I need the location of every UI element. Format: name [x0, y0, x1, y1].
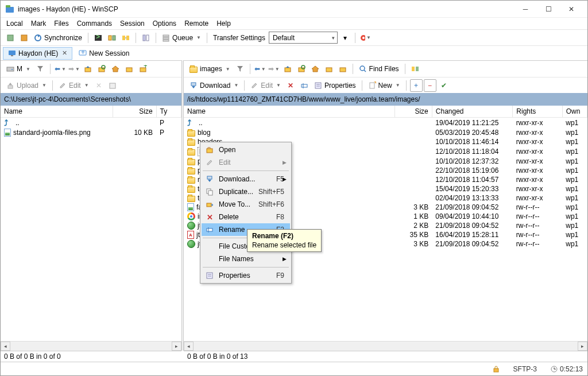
close-button[interactable]: ✕: [560, 1, 583, 17]
new-session-tab[interactable]: + New Session: [74, 47, 134, 60]
file-size: [394, 166, 432, 175]
left-col-name[interactable]: Name: [1, 106, 113, 118]
left-forward-icon[interactable]: ➡▼: [68, 63, 80, 75]
right-rename-icon[interactable]: [298, 79, 311, 92]
table-row[interactable]: ⤴..P: [1, 118, 181, 129]
ctx-label: Move To...: [219, 200, 250, 208]
right-col-changed[interactable]: Changed: [432, 106, 513, 118]
close-tab-icon[interactable]: ✕: [62, 49, 67, 57]
file-changed: 16/04/2019 15:28:11: [432, 230, 513, 239]
ctx-file-names[interactable]: File Names▶: [202, 253, 290, 265]
left-file-list[interactable]: Name Size Ty ⤴..Pstandard-joomla-files.p…: [1, 106, 181, 341]
right-path: /is/htdocs/wp11142760_ZMT41CD7HB/www/www…: [184, 93, 587, 106]
file-rights: rwxr-xr-x: [513, 137, 562, 146]
left-home-icon[interactable]: [109, 63, 122, 75]
right-up-icon[interactable]: [281, 63, 294, 75]
menu-files[interactable]: Files: [51, 18, 72, 29]
ctx-delete[interactable]: ✕DeleteF8: [202, 211, 290, 223]
right-filter-icon[interactable]: [234, 63, 246, 75]
plus-icon[interactable]: +: [410, 79, 423, 92]
file-changed: 21/09/2018 09:04:52: [432, 203, 513, 212]
ctx-move-to-[interactable]: Move To...Shift+F6: [202, 198, 290, 211]
left-col-size[interactable]: Size: [113, 106, 156, 118]
right-hscroll[interactable]: ◂▸: [184, 341, 587, 351]
download-button[interactable]: Download▼: [187, 79, 241, 92]
session-tab-active[interactable]: Haydon (HE) ✕: [3, 47, 72, 60]
find-files-button[interactable]: Find Files: [357, 63, 401, 75]
right-status: 0 B of 0 B in 0 of 13: [184, 351, 587, 362]
right-file-list[interactable]: Name Size Changed Rights Own ⤴..19/04/20…: [184, 106, 587, 341]
ctx-duplicate-[interactable]: Duplicate...Shift+F5: [202, 185, 290, 198]
forward-session-icon[interactable]: [18, 32, 30, 44]
svg-rect-27: [126, 68, 132, 72]
minus-icon[interactable]: −: [424, 79, 436, 92]
right-forward-icon[interactable]: ➡▼: [268, 63, 280, 75]
left-up-icon[interactable]: [82, 63, 94, 75]
back-session-icon[interactable]: [4, 32, 17, 44]
menu-mark[interactable]: Mark: [28, 18, 50, 29]
left-explore-icon[interactable]: [123, 63, 136, 75]
right-refresh-icon[interactable]: [295, 63, 308, 75]
right-delete-icon[interactable]: ✕: [284, 79, 297, 92]
left-filter-icon[interactable]: [34, 63, 47, 75]
ctx-open[interactable]: Open: [202, 144, 290, 156]
menu-remote[interactable]: Remote: [181, 18, 212, 29]
left-drive-selector[interactable]: M▼: [4, 63, 33, 75]
right-sync-icon[interactable]: [409, 63, 421, 75]
right-col-rights[interactable]: Rights: [513, 106, 562, 118]
left-delete-icon[interactable]: ✕: [92, 79, 105, 92]
table-row[interactable]: blog05/03/2019 20:45:48rwxr-xr-xwp1: [184, 128, 587, 137]
table-row[interactable]: ⤴..19/04/2019 11:21:25rwxr-xr-xwp1: [184, 118, 587, 129]
properties-button[interactable]: Properties: [312, 79, 358, 92]
open-icon: [204, 144, 215, 156]
left-refresh-icon[interactable]: [95, 63, 108, 75]
menu-help[interactable]: Help: [213, 18, 234, 29]
ctx-label: Download...: [219, 175, 255, 183]
menu-options[interactable]: Options: [149, 18, 180, 29]
upload-button[interactable]: Upload▼: [4, 79, 49, 92]
preferences-icon[interactable]: ▼: [359, 32, 372, 44]
right-home-icon[interactable]: [309, 63, 322, 75]
svg-rect-53: [207, 203, 211, 207]
right-edit-button[interactable]: Edit▼: [248, 79, 283, 92]
ctx-download-[interactable]: Download...F5▶: [202, 173, 290, 185]
left-addbm-icon[interactable]: +: [137, 63, 149, 75]
menu-local[interactable]: Local: [3, 18, 26, 29]
right-back-icon[interactable]: ⬅▼: [254, 63, 266, 75]
transfer-settings-more-icon[interactable]: ▾: [339, 32, 351, 44]
minimize-button[interactable]: ─: [514, 1, 537, 17]
left-back-icon[interactable]: ⬅▼: [54, 63, 67, 75]
check-icon[interactable]: ✔: [438, 79, 450, 92]
window-title: images - Haydon (HE) - WinSCP: [18, 5, 514, 13]
menu-commands[interactable]: Commands: [74, 18, 115, 29]
menu-session[interactable]: Session: [117, 18, 148, 29]
queue-button[interactable]: Queue▼: [160, 32, 203, 44]
toggle-trees-icon[interactable]: [140, 32, 152, 44]
table-row[interactable]: standard-joomla-files.png10 KBP: [1, 128, 181, 137]
ctx-properties[interactable]: PropertiesF9: [202, 269, 290, 282]
right-col-own[interactable]: Own: [562, 106, 587, 118]
context-menu[interactable]: OpenEdit▶Download...F5▶Duplicate...Shift…: [200, 142, 292, 284]
new-button[interactable]: ✦New▼: [366, 79, 403, 92]
left-hscroll[interactable]: ◂▸: [1, 341, 181, 351]
left-pane: M▼ ⬅▼ ➡▼ + Upload▼ Edit▼ ✕ C:\Users\jt-p…: [1, 60, 181, 351]
right-col-name[interactable]: Name: [184, 106, 394, 118]
folder-icon: [187, 130, 195, 137]
right-folder-selector[interactable]: images▼: [187, 63, 233, 75]
svg-text:>: >: [96, 34, 100, 41]
console-icon[interactable]: >: [92, 32, 105, 44]
sync-browse-icon[interactable]: [119, 32, 132, 44]
right-addbm-icon[interactable]: [336, 63, 349, 75]
maximize-button[interactable]: ☐: [537, 1, 560, 17]
ctx-label: File Names: [219, 255, 254, 263]
synchronize-button[interactable]: Synchronize: [32, 32, 84, 44]
right-col-size[interactable]: Size: [394, 106, 432, 118]
transfer-settings-combo[interactable]: Default: [269, 32, 338, 44]
left-edit-button[interactable]: Edit▼: [56, 79, 91, 92]
right-explore-icon[interactable]: [323, 63, 335, 75]
left-props-icon[interactable]: [106, 79, 119, 92]
file-changed: 22/10/2018 15:19:06: [432, 166, 513, 175]
compare-dirs-icon[interactable]: [106, 32, 118, 44]
left-col-type[interactable]: Ty: [156, 106, 181, 118]
parent-dir-icon: ⤴: [187, 118, 196, 127]
